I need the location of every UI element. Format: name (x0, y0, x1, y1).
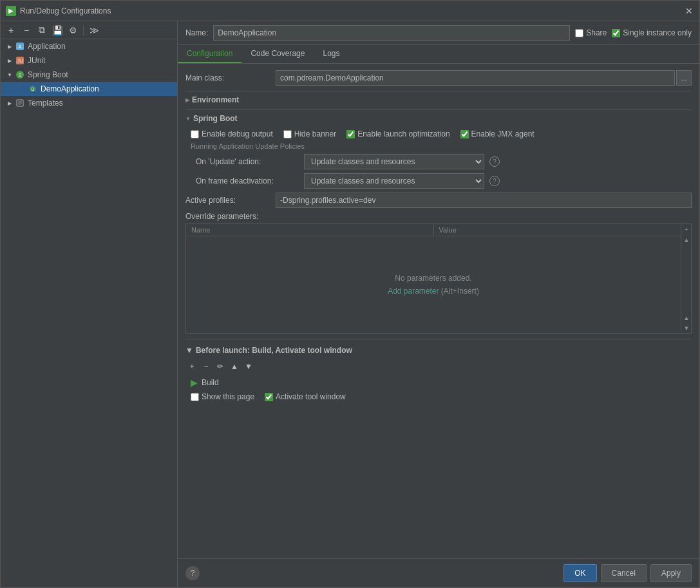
main-class-row: Main class: ... (185, 70, 692, 86)
before-launch-remove-button[interactable]: − (200, 360, 213, 373)
single-instance-checkbox[interactable] (612, 29, 620, 37)
arrow-down-icon: ▼ (6, 71, 14, 79)
save-config-button[interactable]: 💾 (50, 23, 64, 37)
sidebar-toolbar: + − ⧉ 💾 ⚙ ≫ (1, 21, 177, 39)
tabs-row: Configuration Code Coverage Logs (178, 45, 699, 64)
hide-banner-label[interactable]: Hide banner (283, 129, 336, 138)
tab-code-coverage[interactable]: Code Coverage (241, 45, 314, 63)
templates-icon (15, 98, 25, 108)
footer-left: ? (185, 566, 200, 580)
add-config-button[interactable]: + (4, 23, 18, 37)
params-table-header: Name Value (186, 224, 681, 236)
enable-jmx-label[interactable]: Enable JMX agent (460, 129, 534, 138)
on-update-help-icon[interactable]: ? (489, 156, 500, 167)
spring-icon: S (15, 70, 25, 80)
spring-boot-label: Spring Boot (193, 114, 238, 123)
before-launch-add-button[interactable]: + (185, 360, 198, 373)
apply-button[interactable]: Apply (650, 564, 692, 582)
svg-text:A: A (18, 44, 22, 50)
add-param-hint: (Alt+Insert) (441, 287, 479, 296)
enable-launch-opt-checkbox[interactable] (346, 130, 355, 138)
activate-tool-window-label[interactable]: Activate tool window (265, 392, 346, 401)
header-row: Name: Share Single instance only (178, 21, 699, 45)
sidebar-item-templates[interactable]: ▶ Templates (1, 96, 177, 110)
single-instance-label: Single instance only (623, 28, 692, 37)
single-instance-checkbox-label[interactable]: Single instance only (612, 28, 692, 37)
before-launch-section: ▼ Before launch: Build, Activate tool wi… (185, 339, 692, 404)
help-button[interactable]: ? (185, 566, 200, 580)
footer: ? OK Cancel Apply (178, 558, 699, 587)
svg-text:JU: JU (17, 59, 23, 63)
arrow-icon: ▶ (6, 43, 14, 50)
sidebar-item-junit[interactable]: ▶ JU JUnit (1, 53, 177, 68)
config-body: Main class: ... ▶ Environment ▼ Spring B… (178, 64, 699, 558)
hide-banner-text: Hide banner (294, 129, 336, 138)
enable-debug-label[interactable]: Enable debug output (191, 129, 273, 138)
sidebar: + − ⧉ 💾 ⚙ ≫ ▶ A Application (1, 21, 178, 587)
sidebar-item-junit-label: JUnit (28, 56, 45, 65)
sidebar-item-demoapplication-label: DemoApplication (41, 84, 99, 93)
sidebar-item-demoapplication[interactable]: D DemoApplication (1, 82, 177, 96)
expand-button[interactable]: ≫ (87, 23, 101, 37)
remove-config-button[interactable]: − (19, 23, 33, 37)
params-table-body: No parameters added. Add parameter (Alt+… (186, 236, 681, 333)
on-frame-help-icon[interactable]: ? (489, 176, 500, 186)
title-bar: ▶ Run/Debug Configurations ✕ (1, 1, 699, 21)
enable-launch-opt-label[interactable]: Enable launch optimization (346, 129, 449, 138)
toolbar-divider (83, 25, 84, 35)
enable-debug-checkbox[interactable] (191, 130, 199, 138)
on-update-dropdown[interactable]: Update classes and resources (304, 154, 484, 169)
on-frame-row: On frame deactivation: Update classes an… (196, 173, 692, 189)
show-page-checkbox-label[interactable]: Show this page (191, 392, 254, 401)
show-page-text: Show this page (202, 392, 254, 401)
scroll-top-button[interactable]: ▲ (681, 234, 692, 245)
leaf-spacer (19, 85, 26, 93)
on-frame-dropdown[interactable]: Update classes and resources (304, 173, 484, 189)
copy-config-button[interactable]: ⧉ (35, 23, 49, 37)
env-arrow-icon: ▶ (185, 97, 189, 103)
on-frame-label: On frame deactivation: (196, 176, 299, 185)
show-page-row: Show this page Activate tool window (185, 390, 692, 404)
enable-launch-opt-text: Enable launch optimization (357, 129, 449, 138)
build-arrow-icon: ▶ (191, 377, 198, 388)
share-checkbox-label[interactable]: Share (575, 28, 607, 37)
scroll-up-button[interactable]: ▲ (681, 312, 692, 323)
before-launch-edit-button[interactable]: ✏ (214, 360, 227, 373)
dialog-icon: ▶ (6, 6, 16, 16)
sidebar-item-springboot[interactable]: ▼ S Spring Boot (1, 68, 177, 82)
close-button[interactable]: ✕ (684, 6, 694, 16)
enable-jmx-checkbox[interactable] (460, 130, 469, 138)
name-input[interactable] (213, 25, 570, 41)
spring-boot-section-header[interactable]: ▼ Spring Boot (185, 109, 692, 126)
main-class-browse-button[interactable]: ... (676, 70, 692, 86)
environment-section-header[interactable]: ▶ Environment (185, 91, 692, 107)
enable-jmx-text: Enable JMX agent (471, 129, 534, 138)
main-class-input[interactable] (276, 70, 675, 86)
before-launch-header[interactable]: ▼ Before launch: Build, Activate tool wi… (185, 343, 692, 357)
build-item-label: Build (202, 378, 219, 387)
tab-logs[interactable]: Logs (314, 45, 348, 63)
params-col-value: Value (434, 224, 681, 236)
running-app-update-label: Running Application Update Policies (191, 142, 692, 150)
settings-config-button[interactable]: ⚙ (66, 23, 80, 37)
share-checkbox[interactable] (575, 29, 583, 37)
scroll-down-button[interactable]: ▼ (681, 323, 692, 333)
before-launch-up-button[interactable]: ▲ (228, 360, 241, 373)
active-profiles-input[interactable] (276, 193, 692, 208)
before-launch-arrow-icon: ▼ (185, 346, 193, 355)
run-debug-dialog: ▶ Run/Debug Configurations ✕ + − ⧉ 💾 ⚙ ≫… (0, 0, 700, 588)
hide-banner-checkbox[interactable] (283, 130, 292, 138)
environment-label: Environment (192, 95, 239, 104)
ok-button[interactable]: OK (563, 564, 596, 582)
junit-icon: JU (15, 55, 25, 66)
scroll-add-button[interactable]: + (681, 224, 692, 234)
add-param-link[interactable]: Add parameter (Alt+Insert) (388, 287, 479, 296)
tab-configuration[interactable]: Configuration (178, 45, 241, 63)
before-launch-down-button[interactable]: ▼ (242, 360, 255, 373)
activate-tool-window-checkbox[interactable] (265, 393, 273, 401)
cancel-button[interactable]: Cancel (601, 564, 647, 582)
show-page-checkbox[interactable] (191, 393, 199, 401)
sidebar-item-application[interactable]: ▶ A Application (1, 39, 177, 53)
active-profiles-label: Active profiles: (185, 196, 276, 205)
spring-arrow-icon: ▼ (185, 116, 191, 122)
